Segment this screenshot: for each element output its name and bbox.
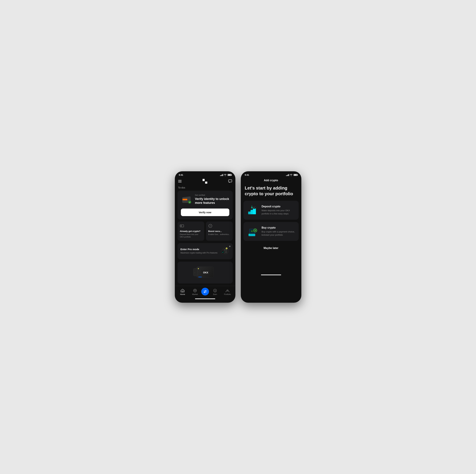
deposit-crypto-title: Deposit crypto <box>262 205 295 208</box>
portfolio-icon <box>225 289 230 292</box>
svg-text:8: 8 <box>215 290 216 292</box>
svg-text:✕: ✕ <box>255 230 256 231</box>
svg-rect-23 <box>182 291 183 292</box>
home-indicator <box>195 298 215 299</box>
verify-illustration: ✓ <box>181 194 193 206</box>
verify-text: Get verified Verify identity to unlock m… <box>195 194 229 205</box>
market-icon <box>193 289 197 292</box>
status-bar-right: 9:41 <box>241 171 301 178</box>
todos-label: To-dos <box>175 186 235 191</box>
okx-logo <box>203 179 207 183</box>
verify-now-button[interactable]: Verify now <box>181 209 229 216</box>
wifi-icon <box>224 174 226 176</box>
deposit-small-icon <box>180 224 185 229</box>
verify-card[interactable]: ✓ Get verified Verify identity to unlock… <box>177 191 233 219</box>
nav-earn[interactable]: 8 Earn <box>209 289 221 295</box>
svg-rect-30 <box>253 208 256 214</box>
chat-icon[interactable] <box>228 180 232 183</box>
home-indicator-right <box>261 274 281 275</box>
deposit-crypto-card[interactable]: ● Deposit crypto Make deposits into your… <box>243 201 299 220</box>
nav-home[interactable]: Home <box>176 289 189 295</box>
verify-small-title: Get verified <box>195 194 229 196</box>
verify-svg: ✓ <box>181 194 193 206</box>
nav-market[interactable]: Market <box>189 289 201 295</box>
pro-banner[interactable]: Enter Pro mode Maximize crypto trading w… <box>177 243 233 259</box>
deposit-crypto-desc: Make deposits into your OKX portfolio in… <box>262 209 295 215</box>
deposit-option-text: Deposit crypto Make deposits into your O… <box>262 205 295 215</box>
pro-banner-title: Enter Pro mode <box>181 248 218 251</box>
svg-rect-20 <box>198 277 202 277</box>
time-right: 9:41 <box>245 174 249 176</box>
earn-svg: OKX ... <box>192 265 219 280</box>
time-left: 9:41 <box>179 174 183 176</box>
deposit-small-desc: Deposit them into your OKX portfolio <box>180 233 202 238</box>
svg-point-12 <box>221 250 225 254</box>
add-crypto-hero-title: Let's start by adding crypto to your por… <box>241 185 301 201</box>
boost-small-desc: Enable Goo... authentica... <box>208 233 230 236</box>
home-icon <box>181 289 185 292</box>
buy-option-text: Buy crypto Buy crypto with a payment cho… <box>262 226 295 236</box>
boost-small-title: Boost secu... <box>208 230 230 233</box>
buy-illustration: ✕ ✕ <box>247 225 259 237</box>
buy-crypto-icon: ✕ ✕ <box>247 225 259 237</box>
wifi-icon-right <box>290 174 292 176</box>
svg-text:✓: ✓ <box>189 201 191 203</box>
boost-small-icon <box>208 224 213 229</box>
earn-illustration: OKX ... <box>181 265 229 280</box>
pro-banner-text: Enter Pro mode Maximize crypto trading w… <box>181 248 218 254</box>
trade-button[interactable] <box>201 288 209 295</box>
svg-text:...: ... <box>194 271 195 273</box>
status-icons-left <box>220 174 231 176</box>
svg-text:OKX: OKX <box>203 271 208 274</box>
top-nav <box>175 178 235 186</box>
pro-close-button[interactable]: × <box>229 245 231 248</box>
left-phone: 9:41 <box>175 171 235 303</box>
svg-point-42 <box>249 234 250 235</box>
battery-icon-right <box>294 174 297 176</box>
boost-small-card[interactable]: Boost secu... Enable Goo... authentica..… <box>206 221 233 241</box>
pro-banner-desc: Maximize crypto trading with Pro feature… <box>181 252 218 254</box>
svg-text:★: ★ <box>226 248 227 250</box>
deposit-illustration: ● <box>247 204 259 216</box>
add-crypto-page-title: Add crypto <box>241 178 301 185</box>
deposit-crypto-icon: ● <box>247 204 259 216</box>
small-cards-row: Already got crypto? Deposit them into yo… <box>177 221 233 241</box>
menu-icon[interactable] <box>178 180 182 182</box>
svg-rect-0 <box>228 180 232 182</box>
signal-icon <box>220 174 223 176</box>
deposit-small-title: Already got crypto? <box>180 230 202 233</box>
earn-icon: 8 <box>213 289 217 292</box>
status-icons-right <box>286 174 297 176</box>
nav-home-label: Home <box>180 293 185 295</box>
bottom-nav: Home Market <box>175 286 235 297</box>
svg-point-8 <box>181 225 182 226</box>
battery-icon <box>228 174 231 176</box>
nav-market-label: Market <box>192 293 198 295</box>
status-bar-left: 9:41 <box>175 171 235 178</box>
signal-icon-right <box>286 174 289 176</box>
svg-text:●: ● <box>254 207 255 209</box>
right-phone: 9:41 <box>241 171 301 303</box>
nav-portfolio-label: Portfolio <box>224 293 231 295</box>
verify-big-title: Verify identity to unlock more features <box>195 197 229 205</box>
svg-point-19 <box>198 268 199 269</box>
buy-crypto-card[interactable]: ✕ ✕ Buy crypto Buy crypto with a payment… <box>243 222 299 241</box>
maybe-later-button[interactable]: Maybe later <box>241 243 301 253</box>
svg-rect-3 <box>183 199 187 200</box>
buy-crypto-desc: Buy crypto with a payment choice, kickst… <box>262 230 295 236</box>
deposit-small-card[interactable]: Already got crypto? Deposit them into yo… <box>177 221 204 241</box>
svg-text:✕: ✕ <box>251 230 253 232</box>
nav-portfolio[interactable]: Portfolio <box>221 289 234 295</box>
buy-crypto-title: Buy crypto <box>262 226 295 229</box>
nav-earn-label: Earn <box>213 293 217 295</box>
earn-section: OKX ... <box>177 262 233 284</box>
pro-illustration: ★ <box>220 246 230 256</box>
